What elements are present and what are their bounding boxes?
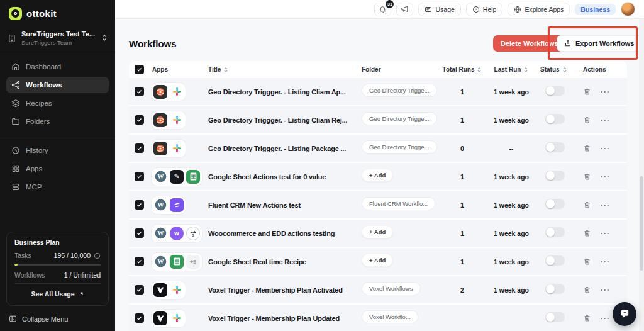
more-actions-button[interactable]: ···: [601, 288, 610, 292]
header-total-runs[interactable]: Total Runs: [442, 66, 482, 73]
folder-pill[interactable]: Geo Directory Trigge...: [362, 112, 437, 125]
header-status[interactable]: Status: [540, 66, 579, 73]
trash-icon[interactable]: [583, 116, 591, 124]
workflow-title[interactable]: Geo Directory Triggger. - Listing Cliam …: [208, 116, 362, 124]
workflow-title[interactable]: Fluent CRM New Actions test: [208, 201, 362, 209]
total-runs-value: 1: [442, 88, 482, 96]
row-checkbox[interactable]: [135, 115, 144, 125]
more-actions-button[interactable]: ···: [601, 175, 610, 179]
folder-pill[interactable]: Fluent CRM Workflo...: [362, 197, 435, 210]
sidebar-item-mcp[interactable]: MCP: [6, 179, 109, 195]
workspace-switcher[interactable]: SureTriggers Test Te... SureTriggers Tea…: [0, 26, 115, 53]
more-actions-button[interactable]: ···: [601, 260, 610, 264]
status-toggle[interactable]: [545, 199, 565, 209]
trash-icon[interactable]: [583, 172, 591, 181]
status-toggle[interactable]: [545, 284, 565, 294]
sidebar-divider: [0, 137, 115, 137]
user-avatar[interactable]: [621, 2, 635, 16]
row-checkbox[interactable]: [135, 257, 144, 266]
add-folder-button[interactable]: + Add: [362, 254, 393, 267]
slack-app-icon: [170, 283, 184, 297]
scrollbar-thumb[interactable]: [640, 176, 643, 271]
workflow-title[interactable]: Google Sheet Actions test for 0 value: [208, 173, 362, 181]
workflow-title[interactable]: Woocommerce and EDD actions testing: [208, 230, 362, 237]
trash-icon[interactable]: [583, 201, 591, 209]
trash-icon[interactable]: [583, 257, 591, 266]
trash-icon[interactable]: [583, 144, 591, 152]
workflow-title[interactable]: Geo Directory Triggger. - Listing Packag…: [208, 145, 362, 152]
app-icons-group: [152, 310, 186, 327]
usage-button[interactable]: Usage: [418, 3, 460, 16]
row-checkbox[interactable]: [135, 200, 144, 210]
add-folder-button[interactable]: + Add: [362, 225, 393, 238]
trash-icon[interactable]: [583, 87, 591, 96]
status-toggle[interactable]: [545, 142, 565, 152]
table-header-row: Apps Title Folder Total Runs Last Run St…: [129, 61, 627, 78]
scrollbar-track[interactable]: [639, 19, 644, 331]
more-actions-button[interactable]: ···: [601, 232, 610, 235]
sort-icon: [562, 67, 567, 73]
row-checkbox[interactable]: [135, 313, 144, 323]
row-checkbox[interactable]: [135, 228, 144, 238]
add-folder-button[interactable]: + Add: [362, 169, 393, 182]
more-actions-button[interactable]: ···: [601, 203, 610, 207]
row-checkbox[interactable]: [135, 87, 144, 96]
mcp-icon: [11, 182, 20, 191]
fluentcrm-app-icon: [170, 198, 184, 212]
announcements-button[interactable]: [396, 3, 413, 16]
see-all-usage-link[interactable]: See All Usage: [14, 289, 101, 300]
last-run-value: 1 week ago: [482, 173, 540, 181]
delete-workflows-button[interactable]: Delete Workflows: [493, 35, 566, 52]
trash-icon[interactable]: [583, 286, 591, 294]
megaphone-icon: [401, 5, 409, 13]
status-toggle[interactable]: [545, 171, 565, 181]
header-title[interactable]: Title: [208, 66, 362, 73]
folder-pill[interactable]: Voxel Workflows: [362, 282, 421, 295]
slack-app-icon: [170, 85, 184, 99]
row-checkbox[interactable]: [135, 285, 144, 295]
select-all-checkbox[interactable]: [135, 65, 144, 74]
sidebar-item-recipes[interactable]: Recipes: [6, 95, 109, 111]
more-actions-button[interactable]: ···: [601, 147, 610, 150]
workflow-title[interactable]: Geo Directory Triggger. - Listing Cliam …: [208, 88, 362, 96]
help-icon: [472, 6, 480, 13]
row-checkbox[interactable]: [135, 143, 144, 153]
status-toggle[interactable]: [545, 86, 565, 96]
sidebar-item-dashboard[interactable]: Dashboard: [6, 59, 109, 75]
plan-badge[interactable]: Business: [575, 4, 616, 15]
trash-icon[interactable]: [583, 314, 591, 322]
workflow-title[interactable]: Google Sheet Real time Recipe: [208, 258, 362, 266]
trash-icon[interactable]: [583, 229, 591, 237]
header-apps: Apps: [149, 66, 208, 73]
header-actions: Actions: [579, 66, 627, 73]
more-actions-button[interactable]: ···: [601, 90, 610, 94]
table-row: Voxel Trigger - Membership Plan Updated …: [129, 305, 627, 331]
more-actions-button[interactable]: ···: [601, 118, 610, 122]
sidebar-item-label: Workflows: [26, 81, 62, 89]
sort-icon: [223, 67, 228, 73]
notifications-button[interactable]: 31: [374, 3, 391, 16]
workflow-title[interactable]: Voxel Trigger - Membership Plan Updated: [208, 315, 362, 322]
folder-pill[interactable]: Geo Directory Trigge...: [362, 84, 437, 97]
help-button[interactable]: Help: [466, 3, 503, 16]
status-toggle[interactable]: [545, 227, 565, 237]
sidebar-item-apps[interactable]: Apps: [6, 160, 109, 177]
status-toggle[interactable]: [545, 114, 565, 124]
status-toggle[interactable]: [545, 312, 565, 322]
sidebar-item-history[interactable]: History: [6, 142, 109, 159]
explore-apps-button[interactable]: Explore Apps: [508, 3, 570, 16]
export-workflows-button[interactable]: Export Workflows: [557, 35, 641, 52]
sidebar-item-workflows[interactable]: Workflows: [6, 77, 109, 93]
collapse-menu-button[interactable]: Collapse Menu: [0, 311, 115, 331]
status-toggle[interactable]: [545, 255, 565, 266]
folder-pill[interactable]: Geo Directory Trigge...: [362, 140, 437, 154]
chat-widget-button[interactable]: [613, 302, 636, 326]
more-actions-button[interactable]: ···: [601, 317, 610, 320]
tasks-value: 195 / 10,000: [54, 252, 91, 259]
tasks-progress-bar: [14, 264, 101, 266]
workflow-title[interactable]: Voxel Trigger - Membership Plan Activate…: [208, 286, 362, 294]
header-last-run[interactable]: Last Run: [482, 66, 540, 73]
row-checkbox[interactable]: [135, 172, 144, 181]
folder-pill[interactable]: Voxel Workflo...: [362, 310, 418, 323]
sidebar-item-folders[interactable]: Folders: [6, 113, 109, 130]
